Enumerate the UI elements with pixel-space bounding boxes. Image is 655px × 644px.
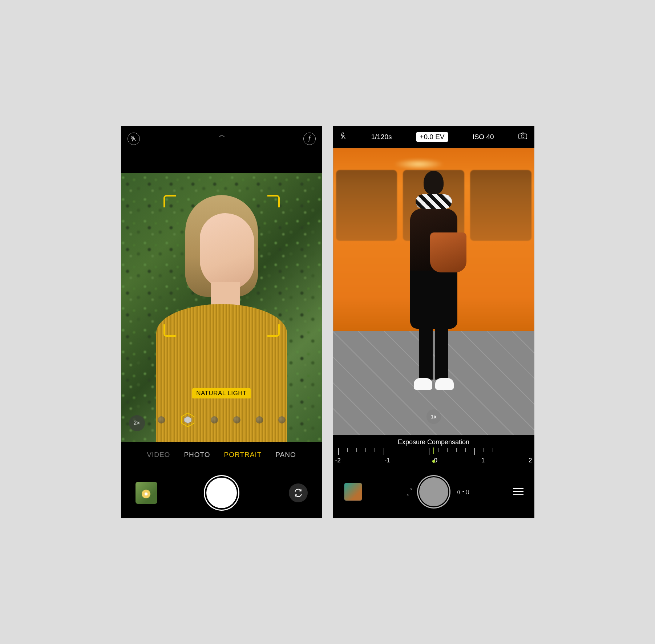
shutter-speed-label[interactable]: 1/120s: [371, 133, 392, 141]
svg-text:x: x: [344, 136, 345, 139]
scale-num: -1: [384, 457, 390, 464]
lighting-mode-badge: NATURAL LIGHT: [192, 388, 251, 398]
gallery-thumbnail[interactable]: [344, 483, 362, 501]
lighting-option-dot[interactable]: [256, 416, 263, 424]
mode-selector[interactable]: VIDEO PHOTO PORTRAIT PANO: [121, 442, 322, 467]
mode-video[interactable]: VIDEO: [147, 451, 170, 459]
viewfinder[interactable]: NATURAL LIGHT 2×: [121, 173, 322, 442]
portrait-subject: [156, 184, 287, 438]
ios-camera-app: ⌃ f NATURAL LIGHT: [121, 126, 322, 518]
ev-pill[interactable]: +0.0 EV: [416, 132, 448, 142]
menu-icon[interactable]: [513, 488, 523, 495]
flash-off-icon[interactable]: [128, 133, 140, 145]
spacer: [121, 151, 322, 173]
scale-num: -2: [335, 457, 341, 464]
shutter-button[interactable]: [206, 478, 237, 508]
flash-off-icon[interactable]: x: [340, 132, 347, 141]
gallery-thumbnail[interactable]: [136, 482, 157, 504]
lighting-option-dot[interactable]: [158, 416, 165, 424]
mode-photo[interactable]: PHOTO: [184, 451, 210, 459]
lighting-mode-selector[interactable]: [121, 412, 322, 428]
pro-camera-app: x 1/120s +0.0 EV ISO 40: [333, 126, 534, 518]
switch-camera-icon[interactable]: [289, 483, 308, 502]
lighting-option-active[interactable]: [180, 412, 195, 428]
shutter-button[interactable]: [419, 477, 448, 506]
chevron-up-icon[interactable]: ⌃: [215, 133, 227, 144]
scale-active-marker: [433, 447, 434, 454]
anti-shake-icon[interactable]: (( • )): [457, 489, 470, 494]
top-toolbar: x 1/120s +0.0 EV ISO 40: [333, 126, 534, 148]
top-toolbar: ⌃ f: [121, 126, 322, 151]
switch-camera-icon[interactable]: [518, 132, 527, 142]
scale-num: 1: [481, 457, 485, 464]
transfer-arrows-icon[interactable]: →←: [406, 486, 414, 497]
exposure-scale[interactable]: -2 -1 0 1 2: [333, 448, 534, 470]
mode-portrait[interactable]: PORTRAIT: [224, 451, 262, 459]
lighting-option-dot[interactable]: [233, 416, 240, 424]
lighting-option-dot[interactable]: [278, 416, 286, 424]
exposure-compensation-title: Exposure Compensation: [333, 435, 534, 448]
bottom-toolbar: →← (( • )): [333, 470, 534, 514]
zoom-button[interactable]: 2×: [129, 415, 145, 431]
iso-label[interactable]: ISO 40: [472, 133, 494, 141]
zoom-button[interactable]: 1x: [426, 409, 441, 424]
aperture-icon[interactable]: f: [303, 133, 316, 145]
viewfinder[interactable]: 1x: [333, 148, 534, 435]
subject-person: [405, 171, 463, 389]
lighting-option-dot[interactable]: [211, 416, 218, 424]
scale-num: 2: [529, 457, 532, 464]
bottom-toolbar: [121, 467, 322, 518]
svg-rect-4: [519, 134, 527, 139]
svg-marker-1: [182, 413, 194, 427]
mode-pano[interactable]: PANO: [275, 451, 296, 459]
